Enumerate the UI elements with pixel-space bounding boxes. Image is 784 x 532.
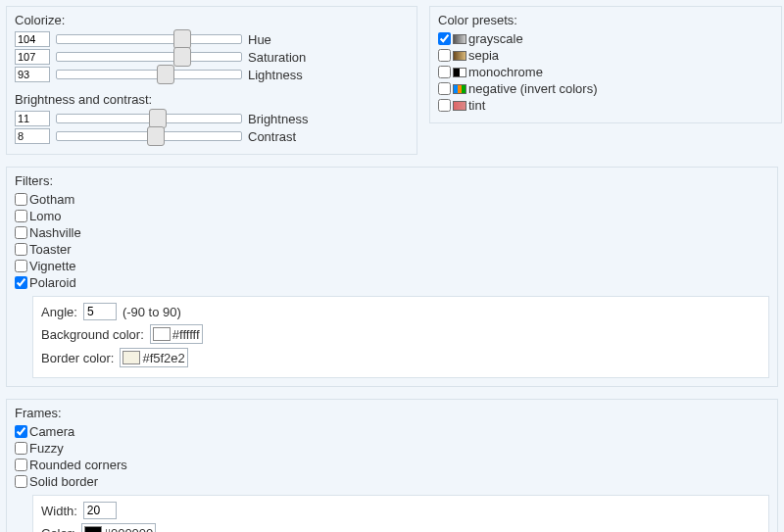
filter-checkbox-4[interactable]: [15, 260, 27, 272]
frames-title: Frames:: [15, 406, 769, 420]
frame-row-camera: Camera: [15, 424, 769, 439]
preset-row-monochrome: monochrome: [438, 65, 773, 79]
camera-width-input[interactable]: [83, 502, 117, 519]
saturation-slider-thumb[interactable]: [173, 47, 191, 67]
hue-value-input[interactable]: [15, 31, 50, 47]
preset-checkbox-4[interactable]: [438, 99, 451, 112]
camera-color-hex: #000000: [104, 526, 154, 533]
preset-checkbox-3[interactable]: [438, 82, 451, 95]
preset-checkbox-0[interactable]: [438, 32, 451, 45]
filter-row-lomo: Lomo: [15, 209, 769, 223]
contrast-slider-thumb[interactable]: [147, 126, 165, 146]
filter-label-1: Lomo: [29, 209, 62, 223]
hue-label: Hue: [248, 32, 271, 47]
polaroid-border-picker[interactable]: #f5f2e2: [120, 348, 187, 367]
preset-checkbox-1[interactable]: [438, 49, 451, 62]
colorize-panel: Colorize: Hue Saturation Lightness: [6, 6, 417, 155]
polaroid-bgcolor-label: Background color:: [41, 327, 144, 342]
frames-panel: Frames: Camera Fuzzy Rounded corners Sol…: [6, 399, 778, 532]
preset-label-2: monochrome: [468, 65, 543, 79]
preset-icon-3: [453, 84, 466, 94]
camera-width-label: Width:: [41, 504, 77, 518]
brightness-value-input[interactable]: [15, 111, 50, 126]
preset-icon-4: [453, 101, 466, 111]
frame-checkbox-0[interactable]: [15, 425, 27, 438]
polaroid-border-swatch: [122, 351, 140, 364]
brightness-contrast-title: Brightness and contrast:: [15, 92, 409, 107]
polaroid-border-label: Border color:: [41, 351, 114, 365]
lightness-slider[interactable]: [56, 67, 242, 82]
frame-checkbox-2[interactable]: [15, 459, 27, 471]
polaroid-border-hex: #f5f2e2: [142, 351, 184, 365]
camera-color-picker[interactable]: #000000: [81, 523, 157, 532]
polaroid-bgcolor-hex: #ffffff: [172, 327, 200, 342]
brightness-slider[interactable]: [56, 111, 242, 126]
preset-row-negative--invert-colors-: negative (invert colors): [438, 81, 773, 96]
polaroid-angle-label: Angle:: [41, 305, 77, 319]
filter-checkbox-3[interactable]: [15, 243, 27, 256]
lightness-row: Lightness: [15, 67, 409, 82]
lightness-slider-thumb[interactable]: [157, 65, 174, 84]
preset-checkbox-2[interactable]: [438, 66, 451, 78]
brightness-slider-thumb[interactable]: [149, 109, 167, 128]
filter-row-nashville: Nashville: [15, 225, 769, 240]
filters-panel: Filters: Gotham Lomo Nashville Toaster V…: [6, 167, 778, 387]
contrast-row: Contrast: [15, 128, 409, 144]
contrast-label: Contrast: [248, 129, 296, 144]
preset-label-0: grayscale: [468, 31, 523, 46]
color-presets-title: Color presets:: [438, 13, 773, 27]
camera-settings: Width: Color: #000000: [32, 495, 769, 532]
filter-checkbox-5[interactable]: [15, 276, 27, 289]
lightness-value-input[interactable]: [15, 67, 50, 82]
polaroid-angle-input[interactable]: [83, 303, 117, 320]
lightness-label: Lightness: [248, 68, 303, 82]
preset-row-tint: tint: [438, 98, 773, 113]
filter-label-3: Toaster: [29, 242, 72, 257]
filter-row-polaroid: Polaroid: [15, 275, 769, 290]
hue-slider[interactable]: [56, 31, 242, 47]
saturation-row: Saturation: [15, 49, 409, 65]
polaroid-bgcolor-picker[interactable]: #ffffff: [150, 324, 203, 344]
preset-label-3: negative (invert colors): [468, 81, 598, 96]
filter-checkbox-0[interactable]: [15, 193, 27, 206]
contrast-slider[interactable]: [56, 128, 242, 144]
frame-label-0: Camera: [29, 424, 74, 439]
preset-icon-0: [453, 34, 466, 44]
polaroid-settings: Angle: (-90 to 90) Background color: #ff…: [32, 296, 769, 378]
preset-icon-2: [453, 68, 466, 77]
filter-label-0: Gotham: [29, 192, 74, 207]
filter-row-vignette: Vignette: [15, 259, 769, 273]
filter-row-gotham: Gotham: [15, 192, 769, 207]
frame-row-fuzzy: Fuzzy: [15, 441, 769, 456]
filter-label-2: Nashville: [29, 225, 81, 240]
brightness-row: Brightness: [15, 111, 409, 126]
preset-icon-1: [453, 51, 466, 61]
filters-title: Filters:: [15, 173, 769, 188]
color-presets-panel: Color presets: grayscalesepiamonochromen…: [429, 6, 782, 123]
frame-row-rounded-corners: Rounded corners: [15, 458, 769, 472]
preset-label-4: tint: [468, 98, 485, 113]
frame-label-1: Fuzzy: [29, 441, 64, 456]
frame-checkbox-1[interactable]: [15, 442, 27, 455]
saturation-value-input[interactable]: [15, 49, 50, 65]
filter-row-toaster: Toaster: [15, 242, 769, 257]
preset-label-1: sepia: [468, 48, 499, 63]
hue-slider-thumb[interactable]: [173, 29, 191, 49]
saturation-slider[interactable]: [56, 49, 242, 65]
camera-color-label: Color:: [41, 526, 75, 533]
filter-checkbox-1[interactable]: [15, 210, 27, 222]
contrast-value-input[interactable]: [15, 128, 50, 144]
colorize-title: Colorize:: [15, 13, 409, 27]
polaroid-bgcolor-swatch: [153, 327, 171, 341]
polaroid-angle-hint: (-90 to 90): [122, 305, 181, 319]
brightness-label: Brightness: [248, 112, 308, 126]
preset-row-sepia: sepia: [438, 48, 773, 63]
frame-label-3: Solid border: [29, 474, 98, 489]
filter-checkbox-2[interactable]: [15, 226, 27, 239]
frame-checkbox-3[interactable]: [15, 475, 27, 488]
hue-row: Hue: [15, 31, 409, 47]
frame-row-solid-border: Solid border: [15, 474, 769, 489]
preset-row-grayscale: grayscale: [438, 31, 773, 46]
saturation-label: Saturation: [248, 50, 306, 65]
filter-label-4: Vignette: [29, 259, 75, 273]
